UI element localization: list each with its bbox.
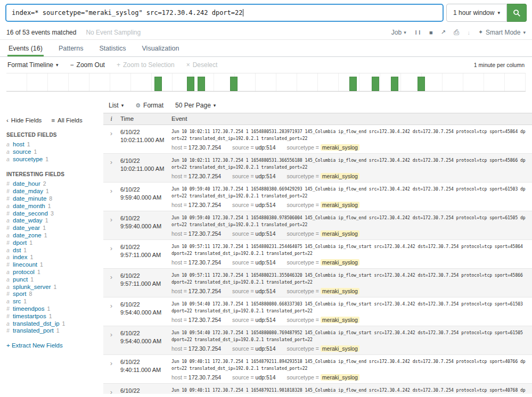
host-field-value[interactable]: 172.30.7.254 — [189, 345, 221, 352]
source-field-value[interactable]: udp:514 — [256, 259, 276, 266]
field-name-link[interactable]: date_mday — [13, 188, 43, 195]
extract-new-fields-link[interactable]: + Extract New Fields — [6, 342, 103, 349]
host-field-value[interactable]: 172.30.7.254 — [189, 317, 221, 323]
event-timestamp[interactable]: 6/10/22 9:54:40.000 AM — [119, 329, 171, 345]
source-field-value[interactable]: udp:514 — [256, 144, 276, 151]
per-page-menu[interactable]: 50 Per Page▾ — [175, 102, 216, 109]
event-timestamp[interactable]: 6/10/22 9:54:40.000 AM — [119, 301, 171, 317]
event-raw-text[interactable]: Jun 10 09:57:11 172.30.7.254 1 165488023… — [171, 243, 527, 257]
field-name-link[interactable]: dst — [13, 247, 21, 254]
host-field-value[interactable]: 172.30.7.254 — [189, 144, 221, 151]
field-name-link[interactable]: source — [13, 148, 31, 156]
field-name-link[interactable]: host — [13, 141, 24, 148]
host-field-value[interactable]: 172.30.7.254 — [189, 230, 221, 237]
source-field-value[interactable]: udp:514 — [256, 374, 276, 381]
field-item[interactable]: a protocol 1 — [6, 269, 103, 276]
field-name-link[interactable]: date_wday — [13, 217, 43, 225]
field-item[interactable]: a host 1 — [6, 141, 103, 148]
field-item[interactable]: # dport 1 — [6, 239, 103, 247]
field-item[interactable]: # date_year 1 — [6, 225, 103, 232]
event-timestamp[interactable]: 6/10/22 9:40:11.000 AM — [119, 387, 171, 394]
field-item[interactable]: a date_zone 1 — [6, 232, 103, 239]
source-field-value[interactable]: udp:514 — [256, 317, 276, 323]
source-field-value[interactable]: udp:514 — [256, 230, 276, 237]
field-name-link[interactable]: sourcetype — [13, 156, 43, 163]
host-field-value[interactable]: 172.30.7.254 — [189, 374, 221, 381]
source-field-value[interactable]: udp:514 — [256, 173, 276, 179]
timeline-bar[interactable] — [349, 77, 357, 91]
field-item[interactable]: # timestartpos 1 — [6, 313, 103, 320]
field-item[interactable]: a date_month 1 — [6, 203, 103, 210]
event-raw-text[interactable]: Jun 10 10:02:11 172.30.7.254 1 165488053… — [171, 157, 527, 171]
event-raw-text[interactable]: Jun 10 09:59:40 172.30.7.254 1 165488038… — [171, 214, 527, 228]
format-menu[interactable]: ⚙ Format — [135, 102, 163, 109]
field-item[interactable]: # translated_port 1 — [6, 327, 103, 335]
field-item[interactable]: a src 1 — [6, 298, 103, 305]
field-name-link[interactable]: protocol — [13, 269, 35, 276]
tab-statistics[interactable]: Statistics — [98, 42, 127, 56]
field-item[interactable]: a date_wday 1 — [6, 217, 103, 225]
field-name-link[interactable]: sport — [13, 291, 27, 298]
expand-event-chevron[interactable]: › — [110, 129, 112, 137]
field-item[interactable]: a dst 1 — [6, 247, 103, 254]
all-fields-button[interactable]: ≡ All Fields — [51, 117, 82, 123]
event-timestamp[interactable]: 6/10/22 9:59:40.000 AM — [119, 186, 171, 202]
timeline-chart[interactable] — [6, 73, 526, 92]
sourcetype-field-value[interactable]: meraki_syslog — [321, 288, 359, 294]
zoom-out-button[interactable]: −Zoom Out — [70, 61, 105, 69]
field-item[interactable]: a splunk_server 1 — [6, 284, 103, 291]
field-item[interactable]: # date_hour 2 — [6, 180, 103, 188]
source-field-value[interactable]: udp:514 — [256, 345, 276, 352]
host-field-value[interactable]: 172.30.7.254 — [189, 173, 221, 179]
field-name-link[interactable]: translated_dst_ip — [13, 320, 60, 328]
field-name-link[interactable]: date_minute — [13, 195, 46, 203]
field-item[interactable]: # sport 8 — [6, 291, 103, 298]
expand-event-chevron[interactable]: › — [110, 302, 112, 310]
hide-fields-button[interactable]: ‹ Hide Fields — [6, 117, 42, 123]
event-raw-text[interactable]: Jun 10 09:57:11 172.30.7.254 1 165488023… — [171, 272, 527, 286]
field-name-link[interactable]: date_zone — [13, 232, 42, 239]
expand-event-chevron[interactable]: › — [110, 359, 112, 367]
list-view-menu[interactable]: List▾ — [109, 102, 124, 109]
source-field-value[interactable]: udp:514 — [256, 202, 276, 208]
timeline-bar[interactable] — [391, 77, 398, 91]
search-input[interactable]: index=* sourcetype="meraki_syslog" src=1… — [5, 4, 444, 22]
event-timestamp[interactable]: 6/10/22 9:40:11.000 AM — [119, 358, 171, 374]
host-field-value[interactable]: 172.30.7.254 — [189, 259, 221, 266]
field-name-link[interactable]: punct — [13, 276, 28, 284]
event-raw-text[interactable]: Jun 10 09:59:40 172.30.7.254 1 165488038… — [171, 186, 527, 200]
field-item[interactable]: a source 1 — [6, 148, 103, 156]
sourcetype-field-value[interactable]: meraki_syslog — [321, 374, 359, 381]
sourcetype-field-value[interactable]: meraki_syslog — [321, 317, 359, 323]
event-timestamp[interactable]: 6/10/22 10:02:11.000 AM — [119, 128, 171, 144]
field-item[interactable]: # date_second 3 — [6, 210, 103, 218]
zoom-to-selection-button[interactable]: +Zoom to Selection — [117, 61, 175, 69]
event-raw-text[interactable]: Jun 10 10:02:11 172.30.7.254 1 165488053… — [171, 128, 527, 142]
field-name-link[interactable]: timestartpos — [13, 313, 46, 320]
event-raw-text[interactable]: Jun 10 09:54:40 172.30.7.254 1 165488008… — [171, 329, 527, 343]
field-item[interactable]: a sourcetype 1 — [6, 156, 103, 163]
timeline-bar[interactable] — [198, 77, 205, 91]
share-icon[interactable]: ↗ — [441, 29, 446, 36]
event-sampling-menu[interactable]: No Event Sampling — [86, 29, 141, 36]
search-button[interactable] — [507, 4, 527, 22]
event-raw-text[interactable]: Jun 10 09:40:11 172.30.7.254 1 165487921… — [171, 358, 527, 372]
sourcetype-field-value[interactable]: meraki_syslog — [321, 345, 359, 352]
event-raw-text[interactable]: Jun 10 09:54:40 172.30.7.254 1 165488008… — [171, 301, 527, 315]
source-field-value[interactable]: udp:514 — [256, 288, 276, 294]
sourcetype-field-value[interactable]: meraki_syslog — [321, 259, 359, 266]
expand-event-chevron[interactable]: › — [110, 273, 112, 281]
timeline-bar[interactable] — [187, 77, 194, 91]
field-name-link[interactable]: date_year — [13, 225, 40, 232]
event-timestamp[interactable]: 6/10/22 9:57:11.000 AM — [119, 243, 171, 259]
field-name-link[interactable]: src — [13, 298, 21, 305]
sourcetype-field-value[interactable]: meraki_syslog — [321, 173, 359, 179]
search-query-text[interactable]: index=* sourcetype="meraki_syslog" src=1… — [12, 9, 242, 16]
field-name-link[interactable]: date_month — [13, 203, 45, 210]
search-mode-selector[interactable]: ✦ Smart Mode ▾ — [478, 29, 526, 36]
timeline-bar[interactable] — [230, 77, 238, 91]
print-icon[interactable]: ⎙ — [454, 28, 459, 37]
field-name-link[interactable]: timeendpos — [13, 305, 44, 313]
expand-event-chevron[interactable]: › — [110, 187, 112, 195]
event-raw-text[interactable]: Jun 10 09:40:11 172.30.7.254 1 165487921… — [171, 387, 527, 394]
